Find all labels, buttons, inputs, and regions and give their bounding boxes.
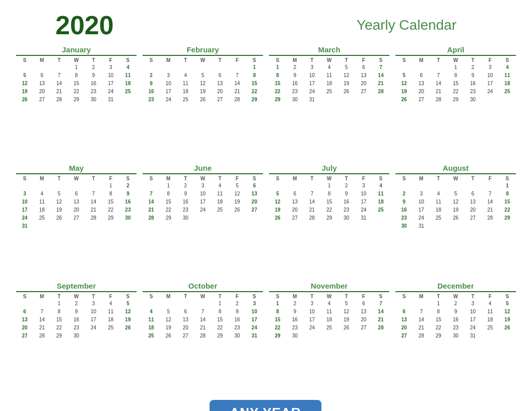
day-cell: 25 bbox=[119, 88, 137, 96]
day-cell: 31 bbox=[102, 96, 119, 104]
day-cell bbox=[160, 300, 177, 308]
day-cell: 25 bbox=[320, 88, 338, 96]
day-cell: 21 bbox=[413, 324, 430, 332]
day-cell: 15 bbox=[102, 198, 119, 206]
day-grid: SMTWTFS123456789101112131415161718192021… bbox=[395, 57, 516, 104]
month-block-december: DecemberSMTWTFS1234567891011121314151617… bbox=[394, 282, 517, 398]
day-header: T bbox=[50, 175, 68, 182]
day-cell: 23 bbox=[286, 88, 303, 96]
day-cell: 12 bbox=[338, 308, 355, 316]
day-cell: 2 bbox=[464, 63, 482, 72]
day-cell: 27 bbox=[246, 206, 263, 214]
day-grid: SMTWTFS123456789101112131415161718192021… bbox=[269, 175, 389, 222]
day-cell: 3 bbox=[464, 300, 482, 308]
day-header: F bbox=[229, 293, 246, 300]
day-cell: 20 bbox=[464, 206, 482, 214]
day-cell: 18 bbox=[320, 316, 338, 324]
day-cell: 27 bbox=[355, 324, 372, 332]
day-cell bbox=[447, 182, 464, 190]
day-header: F bbox=[355, 293, 372, 300]
day-cell: 22 bbox=[499, 206, 516, 214]
day-header: S bbox=[16, 175, 33, 182]
day-header: W bbox=[447, 175, 464, 182]
month-name: March bbox=[269, 45, 389, 56]
day-header: S bbox=[269, 57, 286, 63]
day-cell: 14 bbox=[372, 308, 389, 316]
day-grid: SMTWTFS123456789101112131415161718192021… bbox=[16, 57, 137, 104]
day-cell: 2 bbox=[286, 63, 303, 72]
day-cell: 13 bbox=[413, 80, 430, 88]
day-header: S bbox=[143, 57, 160, 63]
day-cell bbox=[212, 63, 229, 72]
day-cell: 22 bbox=[447, 88, 464, 96]
day-cell: 13 bbox=[177, 316, 194, 324]
month-name: December bbox=[395, 282, 516, 292]
day-cell: 24 bbox=[413, 214, 430, 222]
day-cell: 29 bbox=[269, 332, 286, 340]
day-cell: 3 bbox=[160, 72, 177, 80]
day-cell: 7 bbox=[194, 308, 211, 316]
day-header: T bbox=[464, 293, 482, 300]
day-cell: 18 bbox=[177, 88, 194, 96]
day-cell: 7 bbox=[413, 308, 430, 316]
month-block-november: NovemberSMTWTFS1234567891011121314151617… bbox=[268, 282, 390, 398]
day-cell: 12 bbox=[447, 198, 464, 206]
day-header: M bbox=[413, 57, 430, 63]
day-cell bbox=[338, 96, 355, 104]
day-cell bbox=[499, 222, 516, 230]
day-header: S bbox=[499, 57, 516, 63]
day-cell bbox=[355, 96, 372, 104]
month-block-october: OctoberSMTWTFS12345678910111213141516171… bbox=[142, 282, 264, 398]
day-cell: 16 bbox=[286, 316, 303, 324]
day-cell: 21 bbox=[143, 206, 160, 214]
day-cell bbox=[482, 222, 499, 230]
day-cell: 30 bbox=[85, 96, 102, 104]
day-cell: 21 bbox=[430, 88, 447, 96]
day-cell: 17 bbox=[16, 206, 33, 214]
day-cell: 29 bbox=[269, 96, 286, 104]
day-cell: 10 bbox=[160, 80, 177, 88]
day-cell: 18 bbox=[430, 206, 447, 214]
day-cell: 25 bbox=[212, 206, 229, 214]
day-cell: 15 bbox=[50, 316, 68, 324]
day-cell: 26 bbox=[269, 214, 286, 222]
day-cell: 30 bbox=[395, 222, 413, 230]
day-cell: 17 bbox=[413, 206, 430, 214]
day-cell: 21 bbox=[372, 80, 389, 88]
day-cell: 6 bbox=[395, 308, 413, 316]
day-cell bbox=[33, 300, 50, 308]
day-cell: 25 bbox=[372, 206, 389, 214]
day-cell: 22 bbox=[246, 88, 263, 96]
day-cell: 15 bbox=[269, 316, 286, 324]
day-grid: SMTWTFS123456789101112131415161718192021… bbox=[269, 57, 389, 104]
day-cell: 23 bbox=[447, 324, 464, 332]
day-cell bbox=[338, 332, 355, 340]
day-cell: 16 bbox=[464, 80, 482, 88]
day-cell: 14 bbox=[229, 80, 246, 88]
day-cell: 18 bbox=[499, 80, 516, 88]
day-header: T bbox=[177, 175, 194, 182]
day-cell: 18 bbox=[33, 206, 50, 214]
day-cell: 11 bbox=[102, 308, 119, 316]
day-header: S bbox=[395, 293, 413, 300]
day-cell: 24 bbox=[102, 88, 119, 96]
day-cell: 26 bbox=[50, 214, 68, 222]
day-header: M bbox=[286, 175, 303, 182]
day-header: S bbox=[372, 293, 389, 300]
day-cell bbox=[50, 63, 68, 72]
calendar-title: Yearly Calendar bbox=[357, 17, 456, 33]
day-cell: 17 bbox=[246, 316, 263, 324]
day-cell bbox=[143, 63, 160, 72]
day-cell: 6 bbox=[286, 190, 303, 198]
day-cell: 12 bbox=[50, 198, 68, 206]
day-cell: 27 bbox=[395, 332, 413, 340]
day-cell: 6 bbox=[33, 72, 50, 80]
day-cell: 1 bbox=[50, 300, 68, 308]
month-name: November bbox=[269, 282, 389, 292]
day-cell: 27 bbox=[355, 88, 372, 96]
day-cell: 25 bbox=[499, 88, 516, 96]
day-cell bbox=[413, 300, 430, 308]
day-cell: 16 bbox=[395, 206, 413, 214]
day-cell bbox=[16, 63, 33, 72]
day-cell: 29 bbox=[50, 332, 68, 340]
